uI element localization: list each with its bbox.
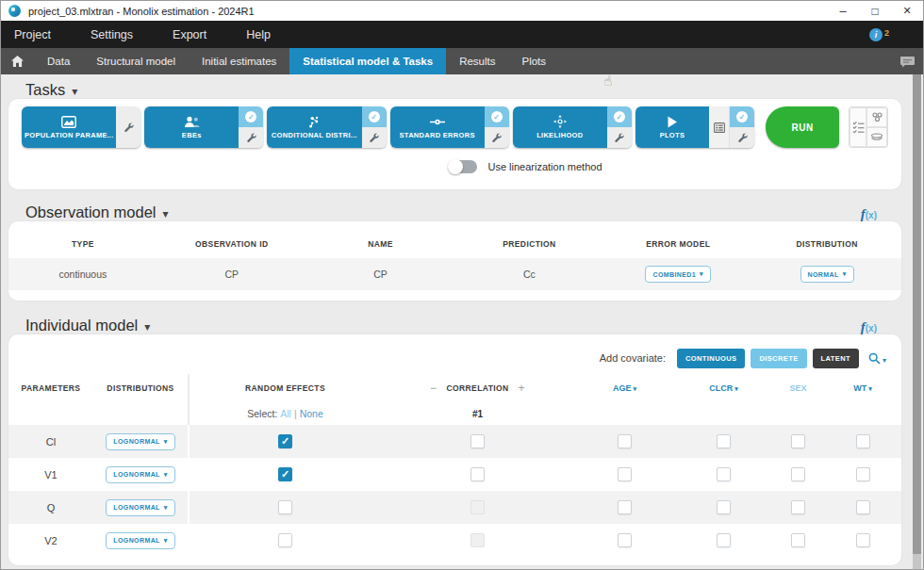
tab-results[interactable]: Results — [446, 48, 508, 74]
formula-fx-icon[interactable] — [861, 319, 877, 334]
run-options-panel — [849, 106, 888, 148]
distribution-dropdown[interactable]: LOGNORMAL — [106, 499, 174, 516]
distribution-dropdown[interactable]: NORMAL — [800, 266, 854, 283]
parameter-name: Q — [8, 502, 93, 513]
random-effect-checkbox[interactable] — [278, 434, 292, 448]
covariate-age-checkbox[interactable] — [618, 500, 632, 514]
notifications-button[interactable]: 2 — [869, 28, 889, 41]
covariate-wt-checkbox[interactable] — [856, 434, 870, 448]
maximize-button[interactable] — [859, 1, 891, 21]
col-covariate-wt[interactable]: WT — [824, 383, 901, 393]
covariate-sex-checkbox[interactable] — [791, 500, 805, 514]
add-discrete-covariate-button[interactable]: DISCRETE — [751, 349, 806, 368]
covariate-search-button[interactable] — [868, 350, 886, 366]
search-icon — [868, 352, 881, 365]
linearization-toggle[interactable] — [449, 160, 477, 173]
covariate-age-checkbox[interactable] — [618, 434, 632, 448]
parameter-name: V2 — [8, 535, 93, 546]
add-continuous-covariate-button[interactable]: CONTINUOUS — [677, 349, 745, 368]
run-button[interactable]: RUN — [766, 106, 839, 148]
individual-model-card: Add covariate: CONTINUOUS DISCRETE LATEN… — [8, 334, 901, 565]
tab-data[interactable]: Data — [34, 48, 83, 74]
task-completed-badge — [730, 106, 754, 127]
tab-bar: Data Structural model Initial estimates … — [1, 48, 923, 74]
task-settings-wrench-button[interactable] — [485, 127, 509, 148]
individual-model-title[interactable]: Individual model — [25, 317, 150, 334]
covariate-clcr-checkbox[interactable] — [717, 533, 731, 547]
covariate-wt-checkbox[interactable] — [856, 500, 870, 514]
covariate-clcr-checkbox[interactable] — [717, 434, 731, 448]
covariate-sex-checkbox[interactable] — [791, 434, 805, 448]
task-plots[interactable]: PLOTS — [635, 106, 754, 148]
individual-model-subheader: Select: All|None #1 — [8, 402, 901, 425]
col-parameters: PARAMETERS — [8, 383, 93, 393]
distribution-dropdown[interactable]: LOGNORMAL — [106, 433, 174, 450]
menu-settings[interactable]: Settings — [91, 28, 133, 41]
covariate-age-checkbox[interactable] — [618, 533, 632, 547]
menu-project[interactable]: Project — [14, 28, 51, 41]
formula-fx-icon[interactable] — [861, 206, 877, 221]
task-ebes[interactable]: EBEs — [144, 106, 263, 148]
tasks-section-title[interactable]: Tasks — [25, 81, 77, 99]
random-effect-checkbox[interactable] — [278, 467, 292, 481]
title-bar: project_03.mlxtran - Monolix estimation … — [1, 1, 923, 21]
task-settings-wrench-button[interactable] — [116, 106, 140, 148]
tab-home[interactable] — [1, 48, 34, 74]
task-settings-wrench-button[interactable] — [239, 127, 263, 148]
col-distributions: DISTRIBUTIONS — [93, 383, 188, 393]
random-effect-checkbox[interactable] — [278, 500, 292, 514]
workflow-button[interactable] — [866, 107, 887, 127]
distribution-dropdown[interactable]: LOGNORMAL — [106, 532, 174, 549]
col-covariate-sex[interactable]: SEX — [772, 383, 824, 393]
correlation-checkbox[interactable] — [470, 467, 485, 481]
task-conditional-distribution[interactable]: CONDITIONAL DISTRI... — [267, 106, 386, 148]
correlation-checkbox[interactable] — [470, 434, 485, 448]
task-likelihood[interactable]: LIKELIHOOD — [513, 106, 632, 148]
random-effect-checkbox[interactable] — [278, 533, 292, 547]
covariate-wt-checkbox[interactable] — [856, 533, 870, 547]
tasks-card: POPULATION PARAME... — [8, 99, 901, 189]
select-all-link[interactable]: All — [280, 408, 291, 419]
covariate-wt-checkbox[interactable] — [856, 467, 870, 481]
covariate-clcr-checkbox[interactable] — [717, 467, 731, 481]
tab-plots[interactable]: Plots — [509, 48, 560, 74]
tab-structural-model[interactable]: Structural model — [83, 48, 189, 74]
plots-list-button[interactable] — [709, 106, 730, 148]
layers-icon — [870, 133, 883, 142]
scrollbar-thumb[interactable] — [913, 74, 921, 554]
error-model-dropdown[interactable]: COMBINED1 — [645, 266, 711, 283]
task-completed-badge — [239, 106, 263, 127]
minimize-button[interactable] — [827, 1, 859, 21]
close-button[interactable] — [891, 1, 923, 21]
chevron-down-icon — [144, 317, 150, 334]
scenario-button[interactable] — [866, 127, 887, 147]
menu-help[interactable]: Help — [246, 28, 271, 41]
chat-icon[interactable] — [899, 56, 915, 68]
task-standard-errors[interactable]: STANDARD ERRORS — [390, 106, 509, 148]
covariate-sex-checkbox[interactable] — [791, 467, 805, 481]
col-covariate-clcr[interactable]: CLCR — [675, 383, 772, 393]
task-settings-wrench-button[interactable] — [607, 127, 632, 148]
task-settings-wrench-button[interactable] — [730, 127, 754, 148]
correlation-add-button[interactable]: + — [519, 382, 525, 395]
check-icon — [245, 111, 256, 122]
add-latent-covariate-button[interactable]: LATENT — [813, 349, 859, 368]
correlation-checkbox[interactable] — [470, 500, 485, 514]
select-none-link[interactable]: None — [300, 408, 323, 419]
col-covariate-age[interactable]: AGE — [574, 383, 675, 393]
correlation-checkbox[interactable] — [470, 533, 485, 547]
covariate-sex-checkbox[interactable] — [791, 533, 805, 547]
tab-statistical-model-tasks[interactable]: Statistical model & Tasks — [289, 48, 446, 74]
observation-model-title[interactable]: Observation model — [25, 204, 169, 221]
distribution-dropdown[interactable]: LOGNORMAL — [106, 466, 174, 483]
task-population-parameters[interactable]: POPULATION PARAME... — [22, 106, 140, 148]
tab-initial-estimates[interactable]: Initial estimates — [189, 48, 289, 74]
vertical-scrollbar[interactable] — [913, 74, 921, 569]
covariate-clcr-checkbox[interactable] — [717, 500, 731, 514]
task-settings-wrench-button[interactable] — [362, 127, 387, 148]
linearization-toggle-label: Use linearization method — [487, 161, 602, 172]
covariate-age-checkbox[interactable] — [618, 467, 632, 481]
task-checklist-button[interactable] — [850, 107, 866, 147]
correlation-remove-button[interactable]: − — [430, 382, 437, 395]
menu-export[interactable]: Export — [173, 28, 206, 41]
